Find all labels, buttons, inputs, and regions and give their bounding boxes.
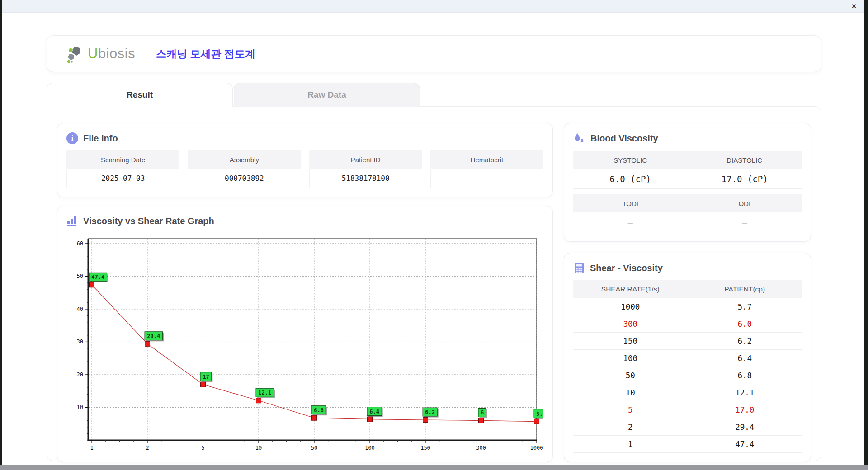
logo-text-u: U: [88, 46, 98, 61]
ubiosis-logo-icon: [65, 44, 85, 64]
shear-rate-cell: 150: [573, 333, 688, 349]
calculator-icon: [573, 262, 585, 274]
svg-text:10: 10: [77, 404, 83, 410]
table-row: 10005.7: [573, 298, 802, 315]
odi-label: ODI: [688, 194, 802, 212]
hematocrit-label: Hematocrit: [430, 150, 543, 169]
file-info-panel: i File Info Scanning Date Assembly Patie…: [57, 123, 553, 197]
close-button[interactable]: ✕: [849, 2, 859, 11]
shear-viscosity-title: Shear - Viscosity: [590, 263, 663, 273]
svg-text:5: 5: [201, 445, 204, 451]
titlebar: ✕: [2, 0, 864, 13]
patient-cell: 6.2: [688, 333, 802, 349]
hematocrit-value: [430, 169, 543, 188]
svg-text:40: 40: [77, 306, 83, 312]
svg-text:12.1: 12.1: [258, 390, 271, 396]
table-row: 1506.2: [573, 333, 802, 350]
right-column: Blood Viscosity SYSTOLIC DIASTOLIC 6.0 (…: [564, 123, 811, 451]
logo-text-rest: biosis: [98, 46, 135, 61]
diastolic-value: 17.0 (cP): [688, 169, 802, 189]
patient-cell: 6.0: [688, 315, 802, 332]
svg-text:150: 150: [420, 445, 430, 451]
app-window: ✕ Ubiosis 스캐닝 모세관 점도계 Result Raw Data i: [2, 0, 864, 465]
patient-cell: 5.7: [688, 298, 802, 315]
blood-viscosity-panel: Blood Viscosity SYSTOLIC DIASTOLIC 6.0 (…: [564, 123, 811, 242]
shear-viscosity-table: SHEAR RATE(1/s) PATIENT(cp) 10005.73006.…: [573, 280, 802, 453]
svg-text:10: 10: [255, 445, 262, 451]
table-row: 1012.1: [573, 384, 802, 401]
left-column: i File Info Scanning Date Assembly Patie…: [57, 123, 553, 451]
bar-chart-icon: [66, 215, 78, 227]
svg-text:1000: 1000: [530, 445, 543, 451]
table-row: 506.8: [573, 367, 802, 384]
viscosity-graph-panel: Viscosity vs Shear Rate Graph 1020304050…: [57, 206, 553, 462]
window-bottom-edge: [0, 465, 868, 470]
shear-rate-cell: 100: [573, 350, 688, 367]
tab-result[interactable]: Result: [47, 83, 233, 107]
svg-text:6.2: 6.2: [425, 409, 435, 415]
svg-text:30: 30: [77, 338, 83, 345]
app-title-korean: 스캐닝 모세관 점도계: [156, 47, 255, 61]
patient-id-label: Patient ID: [309, 150, 422, 169]
blood-viscosity-row-1: SYSTOLIC DIASTOLIC 6.0 (cP) 17.0 (cP): [573, 151, 802, 189]
blood-viscosity-title: Blood Viscosity: [590, 133, 658, 144]
svg-text:6.4: 6.4: [369, 409, 379, 415]
main-container: i File Info Scanning Date Assembly Patie…: [47, 106, 821, 461]
shear-rate-cell: 2: [573, 418, 688, 435]
shear-viscosity-panel: Shear - Viscosity SHEAR RATE(1/s) PATIEN…: [564, 253, 811, 462]
blood-drop-icon: [573, 132, 585, 145]
patient-cell: 6.4: [688, 350, 802, 367]
assembly-value: 000703892: [188, 169, 301, 188]
systolic-value: 6.0 (cP): [573, 169, 688, 189]
svg-text:50: 50: [77, 273, 83, 279]
shear-rate-cell: 1000: [573, 298, 688, 315]
patient-cell: 6.8: [688, 367, 802, 384]
svg-text:100: 100: [365, 445, 375, 451]
svg-text:50: 50: [311, 445, 317, 451]
patient-cell: 12.1: [688, 384, 802, 401]
viscosity-chart: 1020304050601251050100150300100047.429.4…: [66, 233, 543, 453]
tab-row: Result Raw Data: [47, 83, 420, 107]
patient-cell: 29.4: [688, 418, 802, 435]
viscosity-line-chart: 1020304050601251050100150300100047.429.4…: [66, 233, 543, 451]
svg-text:6.8: 6.8: [314, 407, 324, 414]
header-card: Ubiosis 스캐닝 모세관 점도계: [47, 35, 821, 72]
patient-id-value: 51838178100: [309, 169, 422, 188]
scanning-date-label: Scanning Date: [66, 150, 179, 169]
svg-text:29.4: 29.4: [147, 333, 160, 339]
logo-text: Ubiosis: [88, 46, 135, 62]
svg-text:300: 300: [476, 445, 486, 451]
shear-rate-cell: 300: [573, 315, 688, 332]
scanning-date-value: 2025-07-03: [66, 169, 179, 188]
info-icon: i: [66, 132, 78, 144]
shear-rate-cell: 10: [573, 384, 688, 401]
svg-text:5.7: 5.7: [536, 411, 543, 417]
shear-rate-column-header: SHEAR RATE(1/s): [573, 280, 688, 298]
tab-raw-data[interactable]: Raw Data: [234, 83, 420, 107]
svg-text:1: 1: [90, 445, 93, 451]
file-info-grid: Scanning Date Assembly Patient ID Hemato…: [66, 150, 543, 188]
table-row: 147.4: [573, 436, 802, 453]
shear-rate-cell: 50: [573, 367, 688, 384]
assembly-label: Assembly: [188, 150, 301, 169]
odi-value: –: [688, 212, 802, 232]
table-row: 3006.0: [573, 315, 802, 333]
svg-text:17: 17: [203, 374, 209, 380]
table-row: 1006.4: [573, 350, 802, 367]
table-row: 517.0: [573, 401, 802, 418]
shear-rate-cell: 5: [573, 401, 688, 418]
file-info-title: File Info: [83, 133, 118, 144]
viscosity-graph-title: Viscosity vs Shear Rate Graph: [83, 216, 214, 226]
svg-text:47.4: 47.4: [91, 274, 104, 280]
systolic-label: SYSTOLIC: [573, 151, 688, 169]
svg-text:60: 60: [77, 240, 83, 247]
shear-table-header: SHEAR RATE(1/s) PATIENT(cp): [573, 280, 802, 298]
patient-cell: 47.4: [688, 436, 802, 452]
svg-text:2: 2: [146, 445, 149, 451]
table-row: 229.4: [573, 418, 802, 436]
svg-text:6: 6: [481, 409, 484, 416]
shear-rate-cell: 1: [573, 436, 688, 452]
logo: Ubiosis: [65, 44, 135, 64]
patient-cell: 17.0: [688, 401, 802, 418]
svg-text:20: 20: [77, 371, 83, 378]
